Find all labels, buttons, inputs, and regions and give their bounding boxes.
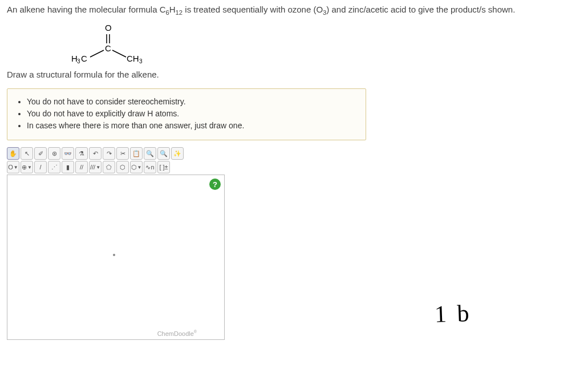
formula-h: H [169, 5, 176, 14]
charge-tool[interactable]: ⊕▼ [21, 161, 33, 173]
formula-c: C [160, 5, 166, 14]
paste-tool[interactable]: 📋 [130, 147, 143, 160]
bond-wedge-tool[interactable]: ▮ [62, 161, 74, 173]
zoom-out-tool[interactable]: 🔍 [157, 147, 170, 160]
svg-line-2 [90, 50, 104, 57]
atom-c-center: C [105, 43, 111, 53]
center-tool[interactable]: ⊛ [48, 147, 60, 160]
bond-single-tool[interactable]: / [34, 161, 47, 173]
svg-text:3: 3 [77, 58, 80, 64]
question-prompt: An alkene having the molecular formula C… [7, 5, 581, 16]
goggles-tool[interactable]: 👓 [62, 147, 74, 160]
hint-item: You do not have to consider stereochemis… [27, 96, 356, 108]
arrow-tool[interactable]: ↖ [21, 147, 33, 160]
clean-tool[interactable]: ✨ [171, 147, 184, 160]
ring-hexa-tool[interactable]: ⬡ [116, 161, 129, 173]
atom-tool[interactable]: O▼ [7, 161, 19, 173]
canvas-dot [113, 254, 115, 256]
toolbar-row-1: ✋ ↖ ✐ ⊛ 👓 ⚗ ↶ ↷ ✂ 📋 🔍 🔍 ✨ [7, 147, 251, 160]
bond-dotted-tool[interactable]: ⋰ [48, 161, 60, 173]
svg-line-3 [112, 50, 126, 57]
ring-benzene-tool[interactable]: ⬡▼ [130, 161, 143, 173]
hint-item: You do not have to explicitly draw H ato… [27, 108, 356, 120]
hints-box: You do not have to consider stereochemis… [7, 88, 366, 140]
help-button[interactable]: ? [209, 179, 221, 190]
bond-double-tool[interactable]: // [75, 161, 88, 173]
drawing-canvas[interactable]: ? ChemDoodle® [7, 175, 225, 340]
draw-prompt: Draw a structural formula for the alkene… [7, 70, 581, 79]
chain-tool[interactable]: ∿n [144, 161, 156, 173]
zoom-in-tool[interactable]: 🔍 [144, 147, 156, 160]
formula-h-sub: 12 [176, 9, 183, 16]
handwritten-annotation: 1 b [434, 299, 472, 328]
prompt-post: is treated sequentially with ozone (O [183, 5, 323, 14]
svg-text:C: C [81, 54, 87, 63]
drawing-editor: ✋ ↖ ✐ ⊛ 👓 ⚗ ↶ ↷ ✂ 📋 🔍 🔍 ✨ O▼ ⊕▼ / ⋰ ▮ //… [7, 147, 251, 340]
ring-penta-tool[interactable]: ⬠ [103, 161, 115, 173]
bond-triple-tool[interactable]: ///▼ [89, 161, 102, 173]
prompt-end: ) and zinc/acetic acid to give the produ… [326, 5, 515, 14]
chemdoodle-brand: ChemDoodle® [157, 330, 197, 337]
flask-tool[interactable]: ⚗ [75, 147, 88, 160]
atom-o: O [105, 23, 112, 33]
svg-text:3: 3 [139, 58, 143, 64]
brackets-tool[interactable]: [ ]± [157, 161, 170, 173]
redo-tool[interactable]: ↷ [103, 147, 115, 160]
atom-ch3: CH [127, 54, 139, 63]
eraser-tool[interactable]: ✐ [34, 147, 47, 160]
hand-tool[interactable]: ✋ [7, 147, 19, 160]
product-structure: O C H 3 C CH 3 [70, 23, 184, 64]
toolbar-row-2: O▼ ⊕▼ / ⋰ ▮ // ///▼ ⬠ ⬡ ⬡▼ ∿n [ ]± [7, 161, 251, 173]
prompt-pre: An alkene having the molecular formula [7, 5, 160, 14]
undo-tool[interactable]: ↶ [89, 147, 102, 160]
hint-item: In cases where there is more than one an… [27, 120, 356, 132]
cut-tool[interactable]: ✂ [116, 147, 129, 160]
